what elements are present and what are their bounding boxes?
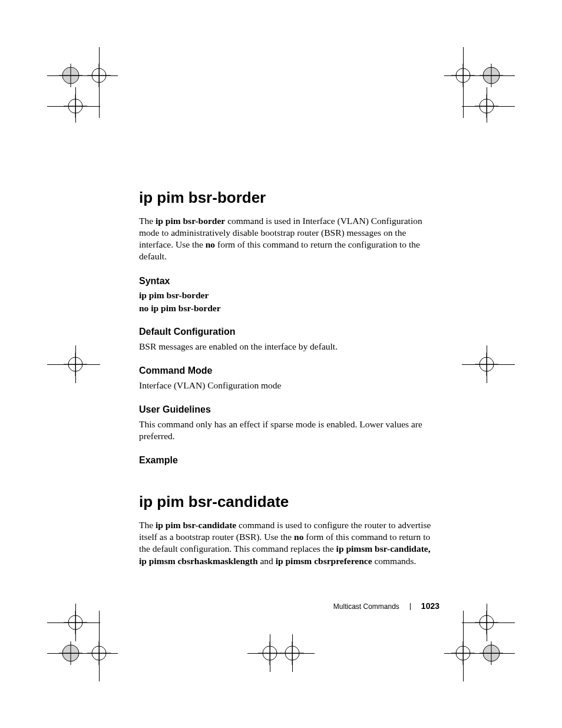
crop-mark bbox=[47, 622, 100, 623]
user-guidelines-heading: User Guidelines bbox=[139, 404, 439, 415]
crop-mark bbox=[487, 345, 487, 383]
crop-mark bbox=[462, 106, 515, 107]
crop-mark bbox=[99, 47, 100, 118]
crop-mark bbox=[47, 75, 118, 76]
crop-mark bbox=[75, 345, 76, 383]
command-mode-text: Interface (VLAN) Configuration mode bbox=[139, 380, 439, 391]
page-content: ip pim bsr-border The ip pim bsr-border … bbox=[139, 189, 439, 571]
crop-mark bbox=[75, 87, 76, 123]
crop-mark bbox=[444, 75, 515, 76]
crop-mark bbox=[462, 622, 515, 623]
footer-divider bbox=[410, 603, 411, 610]
crop-mark bbox=[99, 611, 100, 681]
page-footer: Multicast Commands 1023 bbox=[333, 601, 439, 611]
footer-page-number: 1023 bbox=[421, 601, 439, 611]
default-config-text: BSR messages are enabled on the interfac… bbox=[139, 341, 439, 353]
crop-mark bbox=[47, 653, 118, 654]
crop-mark bbox=[463, 611, 464, 681]
user-guidelines-text: This command only has an effect if spars… bbox=[139, 419, 439, 442]
syntax-line: ip pim bsr-border bbox=[139, 290, 439, 301]
crop-mark bbox=[487, 604, 487, 641]
footer-chapter: Multicast Commands bbox=[333, 602, 399, 611]
section-intro: The ip pim bsr-border command is used in… bbox=[139, 215, 439, 263]
crop-mark bbox=[292, 634, 293, 672]
crop-mark bbox=[247, 653, 315, 654]
crop-mark bbox=[270, 634, 270, 672]
example-heading: Example bbox=[139, 455, 439, 466]
crop-mark bbox=[463, 47, 464, 118]
crop-mark bbox=[47, 364, 100, 365]
crop-mark bbox=[462, 364, 515, 365]
section-heading: ip pim bsr-candidate bbox=[139, 493, 439, 511]
syntax-line: no ip pim bsr-border bbox=[139, 303, 439, 314]
syntax-heading: Syntax bbox=[139, 276, 439, 286]
crop-mark bbox=[487, 87, 487, 123]
section-intro: The ip pim bsr-candidate command is used… bbox=[139, 519, 439, 567]
crop-mark bbox=[75, 604, 76, 641]
command-mode-heading: Command Mode bbox=[139, 365, 439, 376]
crop-mark bbox=[47, 106, 100, 107]
default-config-heading: Default Configuration bbox=[139, 327, 439, 337]
section-heading: ip pim bsr-border bbox=[139, 189, 439, 207]
crop-mark bbox=[444, 653, 515, 654]
